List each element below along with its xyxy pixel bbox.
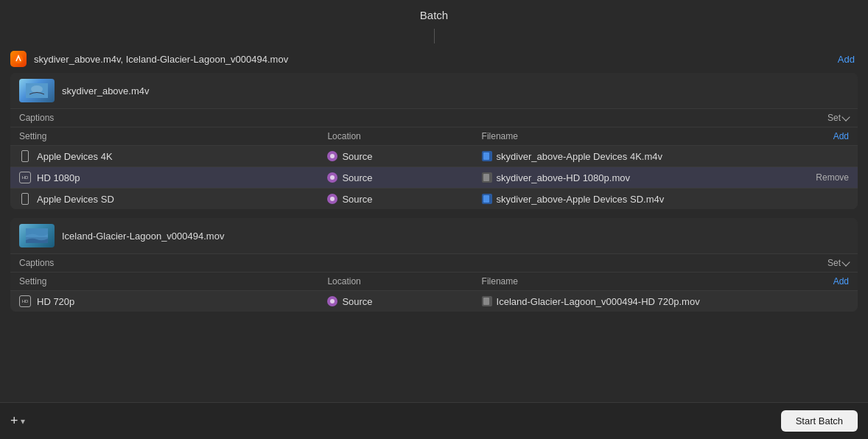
svg-rect-4 — [483, 152, 489, 160]
file1-row2-setting: Apple Devices SD — [19, 193, 327, 205]
file1-captions-row: Captions Set — [10, 108, 858, 127]
location-purple-icon-1 — [327, 172, 337, 183]
app-icon-row: skydiver_above.m4v, Iceland-Glacier-Lago… — [0, 43, 868, 73]
file1-row2-location-text: Source — [342, 194, 372, 205]
file1-set-label: Set — [827, 113, 841, 123]
file2-thumbnail — [19, 224, 55, 247]
svg-point-11 — [330, 299, 335, 303]
file1-col-headers: Setting Location Filename Add — [10, 127, 858, 146]
window-title: Batch — [0, 9, 868, 29]
file1-row2-filename: skydiver_above-Apple Devices SD.m4v — [482, 194, 790, 205]
add-icon: + — [10, 413, 18, 429]
file1-row0-filename-text: skydiver_above-Apple Devices 4K.m4v — [497, 151, 662, 162]
file2-row0-setting-text: HD 720p — [37, 296, 74, 307]
file-icon-2 — [482, 194, 492, 204]
file1-row2-setting-text: Apple Devices SD — [37, 194, 114, 205]
group-add-button[interactable]: Add — [835, 52, 858, 66]
file1-row0-location: Source — [327, 151, 481, 162]
file2-header: Iceland-Glacier-Lagoon_v000494.mov — [10, 218, 858, 253]
file1-row1-setting: HD HD 1080p — [19, 172, 327, 183]
file1-set-dropdown[interactable]: Set — [827, 113, 849, 123]
location-purple-icon-2 — [327, 194, 337, 204]
file2-thumb-image — [19, 224, 55, 247]
file2-col-filename: Filename — [482, 276, 790, 287]
file2-row0-setting: HD HD 720p — [19, 295, 327, 307]
file1-row2-filename-text: skydiver_above-Apple Devices SD.m4v — [497, 194, 665, 205]
file1-row1-location-text: Source — [342, 172, 372, 183]
svg-rect-12 — [483, 298, 489, 305]
file2-col-add[interactable]: Add — [790, 276, 849, 287]
file2-header-left: Iceland-Glacier-Lagoon_v000494.mov — [19, 224, 224, 247]
file2-row0-location-text: Source — [342, 296, 372, 307]
add-chevron-icon: ▾ — [21, 416, 25, 426]
add-bottom-button[interactable]: + ▾ — [10, 413, 25, 429]
svg-rect-8 — [483, 195, 489, 203]
file1-thumb-image — [19, 79, 55, 102]
file1-row1-location: Source — [327, 172, 481, 183]
file2-set-label: Set — [827, 258, 841, 268]
file2-row0-filename-text: Iceland-Glacier-Lagoon_v000494-HD 720p.m… — [497, 296, 700, 307]
location-purple-icon-3 — [327, 296, 337, 306]
apple-devices-4k-icon — [19, 150, 31, 162]
svg-point-2 — [31, 85, 43, 93]
apple-devices-sd-icon — [19, 193, 31, 205]
file2-col-setting: Setting — [19, 276, 327, 287]
file2-section: Iceland-Glacier-Lagoon_v000494.mov Capti… — [10, 218, 858, 312]
file1-captions-label: Captions — [19, 113, 54, 123]
file2-col-headers: Setting Location Filename Add — [10, 272, 858, 291]
start-batch-button[interactable]: Start Batch — [781, 410, 858, 432]
file1-row0-setting: Apple Devices 4K — [19, 150, 327, 162]
file1-row0-setting-text: Apple Devices 4K — [37, 151, 113, 162]
svg-point-3 — [330, 154, 335, 158]
file1-name: skydiver_above.m4v — [62, 85, 150, 96]
title-area: Batch — [0, 0, 868, 43]
file1-row-1[interactable]: HD HD 1080p Source skydiver_above-HD 108… — [10, 167, 858, 189]
file2-row-0[interactable]: HD HD 720p Source Iceland-Glacier-Lagoon… — [10, 291, 858, 312]
bottom-bar: + ▾ Start Batch — [0, 402, 868, 439]
app-icon — [10, 51, 27, 67]
file1-row-2[interactable]: Apple Devices SD Source skydiver_above-A… — [10, 189, 858, 209]
file1-header-left: skydiver_above.m4v — [19, 79, 150, 102]
file1-row1-filename-text: skydiver_above-HD 1080p.mov — [497, 172, 630, 183]
svg-point-7 — [330, 197, 335, 201]
hd-720p-icon: HD — [19, 295, 31, 307]
file2-captions-label: Captions — [19, 258, 54, 268]
file1-row1-filename: skydiver_above-HD 1080p.mov — [482, 172, 790, 183]
file2-name: Iceland-Glacier-Lagoon_v000494.mov — [62, 231, 224, 242]
svg-rect-6 — [483, 174, 489, 181]
file1-header: skydiver_above.m4v — [10, 73, 858, 108]
file-icon-0 — [482, 151, 492, 161]
title-divider — [434, 29, 435, 43]
file2-set-chevron-icon — [841, 258, 850, 266]
file1-col-add[interactable]: Add — [790, 131, 849, 141]
file-icon-3 — [482, 296, 492, 306]
file1-col-filename: Filename — [482, 131, 790, 141]
svg-point-5 — [330, 175, 335, 180]
file1-row1-action[interactable]: Remove — [790, 172, 849, 183]
file1-row2-location: Source — [327, 194, 481, 205]
app-header-title: skydiver_above.m4v, Iceland-Glacier-Lago… — [34, 54, 827, 65]
bottom-left: + ▾ — [10, 413, 25, 429]
file1-section: skydiver_above.m4v Captions Set Setting … — [10, 73, 858, 209]
hd-1080p-icon: HD — [19, 172, 31, 183]
location-purple-icon-0 — [327, 151, 337, 161]
file2-set-dropdown[interactable]: Set — [827, 258, 849, 268]
file1-row0-location-text: Source — [342, 151, 372, 162]
file-icon-1 — [482, 172, 492, 183]
file2-row0-location: Source — [327, 296, 481, 307]
file1-row0-filename: skydiver_above-Apple Devices 4K.m4v — [482, 151, 790, 162]
file1-set-chevron-icon — [841, 113, 850, 121]
file1-thumbnail — [19, 79, 55, 102]
main-content: skydiver_above.m4v Captions Set Setting … — [0, 73, 868, 402]
file2-captions-row: Captions Set — [10, 253, 858, 272]
file2-col-location: Location — [327, 276, 481, 287]
file2-row0-filename: Iceland-Glacier-Lagoon_v000494-HD 720p.m… — [482, 296, 790, 307]
file1-row1-setting-text: HD 1080p — [37, 172, 80, 183]
file1-col-location: Location — [327, 131, 481, 141]
file1-row-0[interactable]: Apple Devices 4K Source skydiver_above-A… — [10, 146, 858, 167]
file1-col-setting: Setting — [19, 131, 327, 141]
